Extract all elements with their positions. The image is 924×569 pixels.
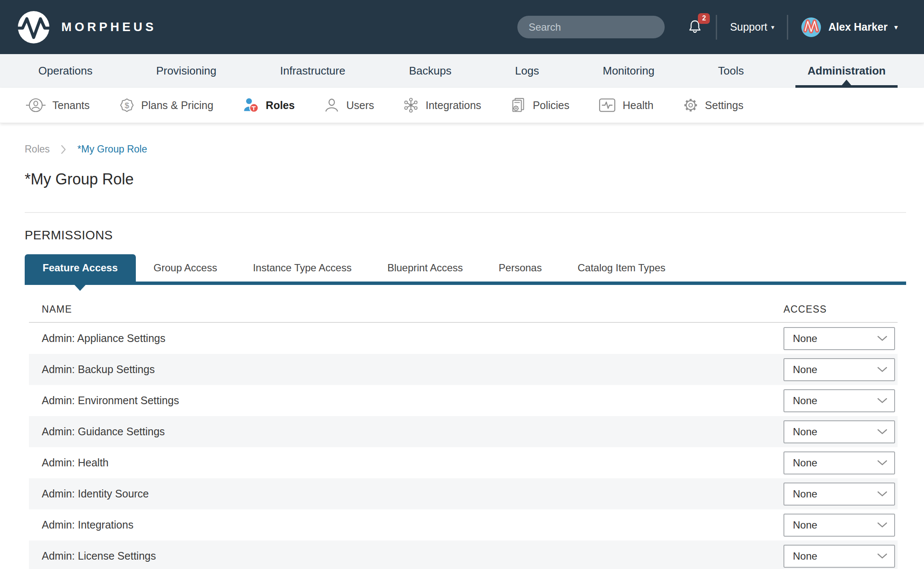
breadcrumb: Roles *My Group Role: [25, 144, 906, 155]
app-root: MORPHEUS 2 Support ▾: [0, 0, 924, 569]
permission-name: Admin: Appliance Settings: [29, 332, 783, 345]
access-select[interactable]: None: [783, 358, 895, 381]
chevron-down-icon: [877, 429, 887, 435]
main-nav: Operations Provisioning Infrastructure B…: [0, 54, 924, 88]
tab-instance-type-access[interactable]: Instance Type Access: [235, 254, 370, 282]
subnav-label: Plans & Pricing: [141, 99, 214, 112]
nav-item-provisioning[interactable]: Provisioning: [148, 54, 225, 88]
support-menu[interactable]: Support ▾: [730, 21, 774, 33]
tab-blueprint-access[interactable]: Blueprint Access: [370, 254, 481, 282]
nav-item-backups[interactable]: Backups: [400, 54, 460, 88]
table-body: Admin: Appliance Settings None Admin: Ba…: [29, 323, 898, 569]
nav-item-infrastructure[interactable]: Infrastructure: [272, 54, 354, 88]
policies-icon: [510, 97, 526, 113]
subnav-item-health[interactable]: Health: [598, 98, 653, 113]
subnav-item-users[interactable]: Users: [324, 97, 374, 113]
breadcrumb-roles-link[interactable]: Roles: [25, 144, 50, 155]
access-select[interactable]: None: [783, 389, 895, 412]
svg-text:$: $: [124, 101, 129, 110]
nav-item-monitoring[interactable]: Monitoring: [594, 54, 663, 88]
tab-group-access[interactable]: Group Access: [136, 254, 235, 282]
chevron-down-icon: [877, 553, 887, 559]
nav-item-operations[interactable]: Operations: [30, 54, 101, 88]
admin-subnav: Tenants $ Plans & Pricing Roles Users: [0, 88, 924, 123]
access-select[interactable]: None: [783, 327, 895, 350]
access-select[interactable]: None: [783, 483, 895, 506]
access-select-value: None: [793, 519, 817, 531]
section-divider: [25, 212, 906, 213]
breadcrumb-current[interactable]: *My Group Role: [77, 144, 147, 155]
notifications-button[interactable]: 2: [687, 18, 703, 36]
subnav-item-integrations[interactable]: Integrations: [403, 97, 481, 113]
tab-personas[interactable]: Personas: [481, 254, 560, 282]
notification-badge: 2: [698, 13, 710, 24]
subnav-label: Settings: [705, 99, 743, 112]
access-select[interactable]: None: [783, 420, 895, 443]
access-select-value: None: [793, 364, 817, 376]
permission-name: Admin: Identity Source: [29, 488, 783, 500]
brand-home[interactable]: MORPHEUS: [17, 11, 157, 44]
user-menu[interactable]: Alex Harker ▾: [801, 17, 898, 37]
tab-feature-access[interactable]: Feature Access: [25, 254, 136, 282]
subnav-label: Policies: [533, 99, 569, 112]
chevron-down-icon: [877, 491, 887, 497]
header-actions: 2 Support ▾ Alex Harker ▾: [517, 15, 898, 40]
permission-name: Admin: License Settings: [29, 550, 783, 562]
access-select-value: None: [793, 395, 817, 407]
subnav-label: Roles: [266, 99, 295, 112]
nav-item-administration[interactable]: Administration: [799, 54, 894, 88]
chevron-down-icon: [877, 460, 887, 466]
chevron-down-icon: ▾: [894, 24, 898, 30]
search-input[interactable]: [528, 21, 660, 33]
nav-item-logs[interactable]: Logs: [507, 54, 548, 88]
health-icon: [598, 98, 616, 113]
subnav-item-roles[interactable]: Roles: [242, 97, 295, 114]
tabs-underline: [25, 282, 906, 285]
subnav-label: Tenants: [52, 99, 90, 112]
header-divider: [716, 15, 717, 40]
user-name: Alex Harker: [828, 21, 887, 33]
subnav-item-tenants[interactable]: Tenants: [26, 97, 90, 113]
access-select[interactable]: None: [783, 514, 895, 537]
permissions-tabs: Feature Access Group Access Instance Typ…: [25, 254, 906, 282]
table-header: NAME ACCESS: [29, 304, 898, 315]
tenants-icon: [26, 97, 46, 113]
users-icon: [324, 97, 340, 113]
table-row: Admin: Environment Settings None: [29, 385, 898, 416]
access-select-value: None: [793, 426, 817, 438]
table-row: Admin: Guidance Settings None: [29, 416, 898, 447]
search-box: [517, 16, 665, 38]
access-select-value: None: [793, 488, 817, 500]
permission-name: Admin: Backup Settings: [29, 363, 783, 376]
access-select[interactable]: None: [783, 451, 895, 474]
table-row: Admin: Identity Source None: [29, 478, 898, 509]
permissions-heading: PERMISSIONS: [25, 228, 906, 242]
subnav-label: Health: [623, 99, 653, 112]
subnav-item-policies[interactable]: Policies: [510, 97, 569, 113]
breadcrumb-chevron-icon: [61, 145, 66, 154]
column-header-access: ACCESS: [783, 304, 898, 315]
tab-catalog-item-types[interactable]: Catalog Item Types: [560, 254, 683, 282]
subnav-item-settings[interactable]: Settings: [683, 97, 743, 113]
subnav-label: Integrations: [425, 99, 481, 112]
access-select-value: None: [793, 333, 817, 345]
subnav-item-plans-pricing[interactable]: $ Plans & Pricing: [119, 97, 214, 113]
content-area: Roles *My Group Role *My Group Role PERM…: [0, 123, 924, 569]
permission-name: Admin: Health: [29, 457, 783, 469]
header-divider: [787, 15, 788, 40]
access-select-value: None: [793, 550, 817, 562]
table-row: Admin: Integrations None: [29, 509, 898, 540]
brand-name: MORPHEUS: [61, 20, 157, 34]
access-select[interactable]: None: [783, 545, 895, 568]
column-header-name: NAME: [29, 304, 783, 315]
nav-item-tools[interactable]: Tools: [709, 54, 752, 88]
roles-icon: [242, 97, 259, 114]
permissions-table: NAME ACCESS Admin: Appliance Settings No…: [29, 304, 898, 569]
settings-icon: [683, 97, 699, 113]
chevron-down-icon: [877, 398, 887, 404]
table-row: Admin: License Settings None: [29, 540, 898, 569]
page-title: *My Group Role: [25, 170, 906, 188]
morpheus-logo-icon: [17, 11, 50, 44]
table-row: Admin: Health None: [29, 447, 898, 478]
chevron-down-icon: [877, 522, 887, 528]
